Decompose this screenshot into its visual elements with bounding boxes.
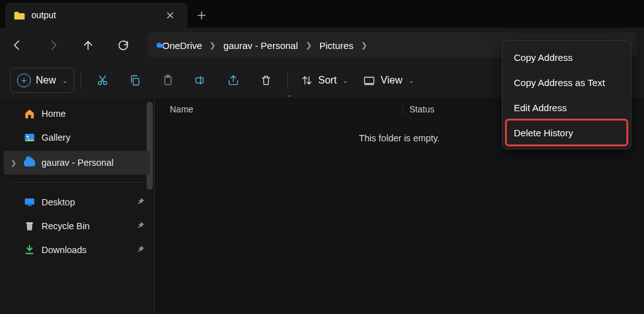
address-context-menu: Copy Address Copy Address as Text Edit A…	[502, 40, 631, 149]
paste-button[interactable]	[153, 68, 183, 93]
sidebar-item-label: gaurav - Personal	[42, 158, 113, 168]
svg-rect-11	[26, 222, 33, 224]
ctx-label: Edit Address	[514, 102, 567, 113]
sort-label: Sort	[318, 75, 336, 86]
ctx-delete-history[interactable]: Delete History	[506, 120, 627, 145]
sidebar-item-home[interactable]: Home	[0, 102, 154, 126]
sort-button[interactable]: Sort ⌄	[294, 68, 354, 93]
new-label: New	[36, 75, 56, 86]
back-button[interactable]	[0, 28, 35, 63]
sidebar-item-desktop[interactable]: Desktop	[0, 190, 154, 214]
cut-button[interactable]	[87, 68, 118, 93]
sidebar-item-label: Gallery	[42, 133, 70, 143]
crumb-onedrive[interactable]: OneDrive	[158, 38, 206, 53]
forward-button[interactable]	[35, 28, 70, 63]
crumb-label: OneDrive	[162, 40, 202, 51]
svg-rect-10	[28, 205, 31, 207]
pin-icon[interactable]	[136, 221, 145, 232]
plus-circle-icon: +	[17, 73, 31, 87]
gallery-icon	[24, 132, 35, 143]
chevron-down-icon: ⌄	[343, 77, 348, 84]
chevron-right-icon[interactable]: ❯	[306, 41, 312, 50]
expand-icon[interactable]: ❯	[9, 159, 18, 167]
chevron-down-icon: ⌄	[409, 77, 414, 84]
column-label: Name	[170, 104, 193, 114]
svg-rect-6	[365, 77, 374, 84]
tab-bar: output	[0, 0, 644, 28]
downloads-icon	[24, 244, 35, 256]
onedrive-icon	[24, 157, 35, 168]
close-icon[interactable]	[161, 6, 179, 24]
sidebar: Home Gallery ❯ gaurav - Personal D	[0, 98, 155, 314]
share-button[interactable]	[218, 68, 248, 93]
file-explorer-window: output OneDrive ❯ gaurav - Personal ❯	[0, 0, 644, 314]
ctx-label: Delete History	[514, 127, 573, 138]
refresh-button[interactable]	[106, 28, 141, 63]
desktop-icon	[24, 197, 35, 208]
crumb-pictures[interactable]: Pictures	[316, 38, 357, 53]
chevron-right-icon[interactable]: ❯	[361, 41, 367, 50]
crumb-personal[interactable]: gaurav - Personal	[219, 38, 301, 53]
svg-point-8	[27, 136, 29, 138]
chevron-down-icon: ⌄	[62, 77, 67, 84]
sidebar-item-gallery[interactable]: Gallery	[0, 126, 154, 149]
view-button[interactable]: View ⌄	[357, 68, 419, 93]
home-icon	[24, 108, 35, 119]
ctx-copy-address-text[interactable]: Copy Address as Text	[506, 70, 627, 95]
recycle-bin-icon	[24, 220, 35, 232]
ctx-label: Copy Address as Text	[514, 77, 605, 88]
new-tab-button[interactable]	[187, 3, 215, 28]
tab-output[interactable]: output	[5, 3, 187, 28]
sidebar-item-personal[interactable]: ❯ gaurav - Personal	[4, 151, 150, 175]
delete-button[interactable]	[251, 68, 281, 93]
view-label: View	[380, 75, 402, 86]
pin-icon[interactable]	[136, 197, 145, 208]
column-name[interactable]: Name	[170, 104, 402, 114]
folder-icon	[14, 11, 25, 19]
sidebar-item-downloads[interactable]: Downloads	[0, 238, 154, 262]
sidebar-item-label: Desktop	[42, 197, 75, 207]
tab-title: output	[31, 10, 155, 20]
collapse-icon[interactable]: ⌃	[287, 94, 292, 101]
ctx-edit-address[interactable]: Edit Address	[506, 95, 627, 120]
sidebar-item-label: Home	[42, 109, 66, 119]
separator	[80, 72, 81, 89]
column-label: Status	[409, 104, 435, 114]
up-button[interactable]	[70, 28, 106, 63]
copy-button[interactable]	[120, 68, 150, 93]
crumb-label: gaurav - Personal	[223, 40, 297, 51]
rename-button[interactable]	[186, 68, 216, 93]
separator	[10, 182, 144, 183]
separator	[287, 72, 288, 89]
chevron-right-icon[interactable]: ❯	[209, 41, 216, 50]
sidebar-item-label: Downloads	[42, 245, 87, 255]
sidebar-item-recyclebin[interactable]: Recycle Bin	[0, 214, 154, 238]
svg-rect-9	[25, 198, 35, 205]
new-button[interactable]: + New ⌄	[10, 68, 74, 93]
sidebar-item-label: Recycle Bin	[42, 221, 90, 231]
ctx-copy-address[interactable]: Copy Address	[506, 45, 627, 70]
svg-rect-12	[26, 253, 33, 254]
svg-rect-2	[133, 78, 139, 85]
ctx-label: Copy Address	[514, 52, 572, 63]
pin-icon[interactable]	[136, 245, 145, 256]
svg-rect-5	[196, 78, 204, 83]
crumb-label: Pictures	[319, 40, 353, 51]
